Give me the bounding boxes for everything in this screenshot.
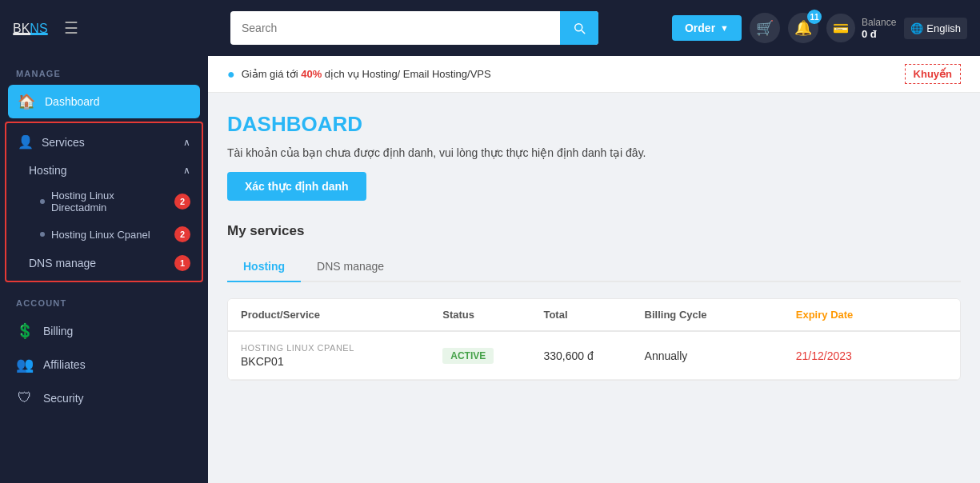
directadmin-count-badge: 2 — [174, 194, 190, 210]
menu-icon[interactable]: ☰ — [64, 18, 78, 38]
order-button[interactable]: Order ▼ — [672, 15, 742, 41]
hosting-linux-directadmin-label: Hosting Linux Directadmin — [51, 190, 168, 214]
balance-value: 0 đ — [862, 28, 896, 40]
account-section-label: ACCOUNT — [0, 285, 208, 314]
col-expiry-date: Expiry Date — [796, 309, 947, 321]
affiliates-icon: 👥 — [16, 356, 34, 373]
home-icon: 🏠 — [18, 93, 35, 110]
services-label: Services — [42, 136, 175, 149]
search-button[interactable] — [560, 11, 598, 45]
services-section: 👤 Services ∧ Hosting ∧ Hosting Linux Dir… — [5, 122, 203, 282]
hosting-header[interactable]: Hosting ∧ — [6, 158, 202, 183]
services-icon: 👤 — [18, 134, 34, 150]
sidebar-item-billing[interactable]: 💲 Billing — [0, 314, 208, 348]
col-product-service: Product/Service — [241, 309, 442, 321]
table-row: HOSTING LINUX CPANEL BKCP01 ACTIVE 330,6… — [228, 332, 960, 380]
cell-total: 330,600 đ — [543, 349, 644, 362]
hosting-label: Hosting — [29, 164, 175, 177]
hosting-linux-directadmin-item[interactable]: Hosting Linux Directadmin 2 — [6, 183, 202, 220]
affiliates-label: Affiliates — [43, 358, 192, 371]
logo-area: BK NS ☰ — [13, 18, 221, 38]
wallet-icon: 💳 — [826, 14, 855, 42]
dns-count-badge: 1 — [174, 255, 190, 271]
notification-badge: 11 — [807, 10, 822, 24]
billing-label: Billing — [43, 325, 192, 337]
services-chevron-icon: ∧ — [183, 137, 190, 148]
sidebar-item-security[interactable]: 🛡 Security — [0, 381, 208, 414]
table-header: Product/Service Status Total Billing Cyc… — [228, 299, 960, 332]
tab-hosting[interactable]: Hosting — [227, 252, 301, 282]
sidebar-item-affiliates[interactable]: 👥 Affiliates — [0, 348, 208, 381]
tab-dns-manage[interactable]: DNS manage — [301, 252, 400, 282]
cart-button[interactable]: 🛒 — [750, 13, 780, 43]
promo-banner: ● Giảm giá tới 40% dịch vụ Hosting/ Emai… — [208, 56, 980, 93]
dashboard-label: Dashboard — [45, 95, 190, 108]
dns-manage-label: DNS manage — [29, 257, 174, 269]
bullet-icon — [40, 199, 45, 204]
dollar-icon: 💲 — [16, 322, 34, 340]
hosting-linux-cpanel-item[interactable]: Hosting Linux Cpanel 2 — [6, 220, 202, 249]
service-tabs: Hosting DNS manage — [227, 252, 961, 282]
search-area — [230, 11, 598, 45]
language-selector[interactable]: 🌐 English — [904, 18, 967, 39]
logo: BK NS — [13, 22, 48, 35]
sidebar: MANAGE 🏠 Dashboard 👤 Services ∧ Hosting … — [0, 56, 208, 483]
cell-product-service: HOSTING LINUX CPANEL BKCP01 — [241, 343, 442, 368]
cpanel-count-badge: 2 — [174, 226, 190, 242]
logo-underline — [13, 33, 48, 35]
header: BK NS ☰ Order ▼ 🛒 🔔 11 💳 Balance — [0, 0, 980, 56]
globe-icon: 🌐 — [910, 22, 923, 34]
cell-expiry-date: 21/12/2023 — [796, 349, 947, 362]
dashboard-content: DASHBOARD Tài khoản của bạn chưa được đị… — [208, 93, 980, 400]
services-table: Product/Service Status Total Billing Cyc… — [227, 298, 961, 381]
main-layout: MANAGE 🏠 Dashboard 👤 Services ∧ Hosting … — [0, 56, 980, 483]
hosting-chevron-icon: ∧ — [183, 165, 190, 176]
cell-billing-cycle: Annually — [645, 349, 796, 362]
shield-icon: 🛡 — [16, 389, 34, 406]
col-billing-cycle: Billing Cycle — [645, 309, 796, 321]
cell-status: ACTIVE — [442, 348, 543, 364]
balance-area: 💳 Balance 0 đ — [826, 14, 896, 42]
dashboard-title: DASHBOARD — [227, 112, 961, 137]
manage-section-label: MANAGE — [0, 56, 208, 85]
service-type: HOSTING LINUX CPANEL — [241, 343, 442, 353]
cart-icon: 🛒 — [756, 19, 774, 37]
promo-khuyen[interactable]: Khuyến — [905, 64, 961, 84]
content-area: ● Giảm giá tới 40% dịch vụ Hosting/ Emai… — [208, 56, 980, 483]
notification-button[interactable]: 🔔 11 — [788, 13, 818, 43]
language-label: English — [926, 22, 961, 34]
col-status: Status — [442, 309, 543, 321]
balance-label: Balance — [862, 17, 896, 28]
dashboard-notice: Tài khoản của bạn chưa được định danh, v… — [227, 146, 961, 159]
search-input[interactable] — [230, 22, 560, 34]
chevron-down-icon: ▼ — [720, 23, 729, 33]
service-name: BKCP01 — [241, 355, 442, 368]
dns-manage-item[interactable]: DNS manage 1 — [6, 249, 202, 277]
services-header[interactable]: 👤 Services ∧ — [6, 126, 202, 158]
my-services-label: My services — [227, 223, 961, 239]
col-total: Total — [543, 309, 644, 321]
verify-button[interactable]: Xác thực định danh — [227, 172, 366, 201]
promo-text: Giảm giá tới 40% dịch vụ Hosting/ Email … — [242, 68, 491, 80]
header-actions: Order ▼ 🛒 🔔 11 💳 Balance 0 đ 🌐 English — [672, 13, 967, 43]
promo-highlight: 40% — [301, 68, 322, 80]
security-label: Security — [43, 392, 192, 405]
hosting-linux-cpanel-label: Hosting Linux Cpanel — [51, 229, 168, 241]
search-icon — [572, 21, 586, 35]
sidebar-item-dashboard[interactable]: 🏠 Dashboard — [8, 85, 200, 118]
bullet-icon — [40, 232, 45, 237]
status-badge: ACTIVE — [442, 348, 494, 364]
promo-dot: ● — [227, 67, 235, 82]
